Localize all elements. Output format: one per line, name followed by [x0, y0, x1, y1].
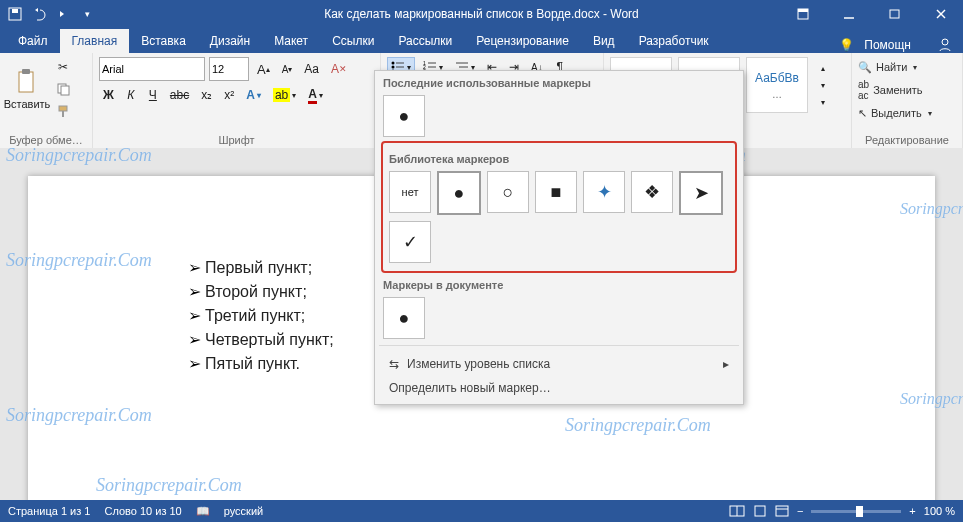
- styles-more-icon[interactable]: ▾: [814, 94, 832, 110]
- list-item[interactable]: Пятый пункт.: [188, 352, 334, 376]
- bullet-library-frame: Библиотека маркеров нет ● ○ ■ ✦ ❖ ➤ ✓: [381, 141, 737, 273]
- styles-down-icon[interactable]: ▾: [814, 77, 832, 93]
- share-icon[interactable]: [937, 37, 953, 53]
- svg-rect-50: [776, 506, 788, 516]
- undo-icon[interactable]: [30, 5, 48, 23]
- font-name-combo[interactable]: [99, 57, 205, 81]
- bullet-circle[interactable]: ○: [487, 171, 529, 213]
- view-read-icon[interactable]: [729, 505, 745, 517]
- bullet-arrow[interactable]: ➤: [679, 171, 723, 215]
- superscript-button[interactable]: x²: [220, 85, 238, 105]
- select-icon: ↖: [858, 107, 867, 120]
- change-list-level[interactable]: ⇆Изменить уровень списка ▸: [375, 352, 743, 376]
- replace-button[interactable]: abacЗаменить: [858, 80, 956, 100]
- bullet-diamond4[interactable]: ❖: [631, 171, 673, 213]
- tab-design[interactable]: Дизайн: [198, 29, 262, 53]
- status-language[interactable]: русский: [224, 505, 263, 517]
- styles-up-icon[interactable]: ▴: [814, 60, 832, 76]
- define-new-bullet[interactable]: Определить новый маркер…: [375, 376, 743, 400]
- recent-bullet-disc[interactable]: ●: [383, 95, 425, 137]
- clear-format-icon[interactable]: A✕: [327, 59, 351, 79]
- status-page[interactable]: Страница 1 из 1: [8, 505, 90, 517]
- svg-rect-1: [12, 9, 18, 13]
- tab-mailings[interactable]: Рассылки: [386, 29, 464, 53]
- zoom-out-icon[interactable]: −: [797, 505, 803, 517]
- change-case-icon[interactable]: Aa: [300, 59, 323, 79]
- doc-bullet-disc[interactable]: ●: [383, 297, 425, 339]
- view-print-icon[interactable]: [753, 505, 767, 517]
- list-item[interactable]: Первый пункт;: [188, 256, 334, 280]
- svg-rect-3: [798, 9, 808, 12]
- grow-font-icon[interactable]: A▴: [253, 59, 274, 79]
- document-content[interactable]: Первый пункт; Второй пункт; Третий пункт…: [188, 256, 334, 376]
- subscript-button[interactable]: x₂: [197, 85, 216, 105]
- svg-rect-12: [61, 86, 69, 95]
- close-icon[interactable]: [919, 0, 963, 28]
- tab-review[interactable]: Рецензирование: [464, 29, 581, 53]
- svg-rect-49: [755, 506, 765, 516]
- ribbon-display-options-icon[interactable]: [781, 0, 825, 28]
- save-icon[interactable]: [6, 5, 24, 23]
- strikethrough-button[interactable]: abc: [166, 85, 193, 105]
- bullet-4point[interactable]: ✦: [583, 171, 625, 213]
- maximize-icon[interactable]: [873, 0, 917, 28]
- tab-insert[interactable]: Вставка: [129, 29, 198, 53]
- text-effects-icon[interactable]: A▾: [242, 85, 265, 105]
- title-bar: ▾ Как сделать маркированный список в Вор…: [0, 0, 963, 28]
- svg-rect-9: [19, 72, 33, 92]
- tab-file[interactable]: Файл: [6, 29, 60, 53]
- recent-bullets-title: Последние использованные маркеры: [383, 77, 743, 89]
- minimize-icon[interactable]: [827, 0, 871, 28]
- bullet-none[interactable]: нет: [389, 171, 431, 213]
- shrink-font-icon[interactable]: A▾: [278, 59, 297, 79]
- group-clipboard-label: Буфер обме…: [6, 132, 86, 146]
- tab-view[interactable]: Вид: [581, 29, 627, 53]
- bullets-dropdown: Последние использованные маркеры ● Библи…: [374, 70, 744, 405]
- cut-icon[interactable]: ✂: [52, 57, 74, 77]
- tell-me-icon[interactable]: 💡: [839, 38, 854, 52]
- underline-button[interactable]: Ч: [144, 85, 162, 105]
- italic-button[interactable]: К: [122, 85, 140, 105]
- status-words[interactable]: Слово 10 из 10: [104, 505, 181, 517]
- svg-rect-10: [22, 69, 30, 74]
- document-bullets-title: Маркеры в документе: [383, 279, 743, 291]
- bullet-square[interactable]: ■: [535, 171, 577, 213]
- copy-icon[interactable]: [52, 79, 74, 99]
- select-button[interactable]: ↖Выделить▾: [858, 103, 956, 123]
- zoom-slider[interactable]: [811, 510, 901, 513]
- zoom-level[interactable]: 100 %: [924, 505, 955, 517]
- svg-rect-14: [62, 111, 64, 117]
- font-size-combo[interactable]: [209, 57, 249, 81]
- status-proofing-icon[interactable]: 📖: [196, 505, 210, 518]
- list-item[interactable]: Второй пункт;: [188, 280, 334, 304]
- svg-point-15: [392, 62, 395, 65]
- indent-icon: ⇆: [389, 357, 399, 371]
- highlight-icon[interactable]: ab▾: [269, 85, 300, 105]
- group-editing: 🔍Найти▾ abacЗаменить ↖Выделить▾ Редактир…: [852, 53, 963, 148]
- group-clipboard: Вставить ✂ Буфер обме…: [0, 53, 93, 148]
- qat-more-icon[interactable]: ▾: [78, 5, 96, 23]
- tab-layout[interactable]: Макет: [262, 29, 320, 53]
- svg-rect-5: [890, 10, 899, 18]
- bullet-disc[interactable]: ●: [437, 171, 481, 215]
- find-button[interactable]: 🔍Найти▾: [858, 57, 956, 77]
- bullet-check[interactable]: ✓: [389, 221, 431, 263]
- ribbon-tabs: Файл Главная Вставка Дизайн Макет Ссылки…: [0, 28, 963, 53]
- list-item[interactable]: Четвертый пункт;: [188, 328, 334, 352]
- tab-home[interactable]: Главная: [60, 29, 130, 53]
- submenu-arrow-icon: ▸: [723, 357, 729, 371]
- view-web-icon[interactable]: [775, 505, 789, 517]
- tab-references[interactable]: Ссылки: [320, 29, 386, 53]
- tab-developer[interactable]: Разработчик: [627, 29, 721, 53]
- redo-icon[interactable]: [54, 5, 72, 23]
- find-icon: 🔍: [858, 61, 872, 74]
- zoom-in-icon[interactable]: +: [909, 505, 915, 517]
- window-controls: [781, 0, 963, 28]
- format-painter-icon[interactable]: [52, 101, 74, 121]
- bold-button[interactable]: Ж: [99, 85, 118, 105]
- list-item[interactable]: Третий пункт;: [188, 304, 334, 328]
- paste-button[interactable]: Вставить: [6, 60, 48, 118]
- style-title[interactable]: АаБбВв…: [746, 57, 808, 113]
- font-color-icon[interactable]: A▾: [304, 85, 327, 105]
- tell-me-label[interactable]: Помощн: [864, 38, 911, 52]
